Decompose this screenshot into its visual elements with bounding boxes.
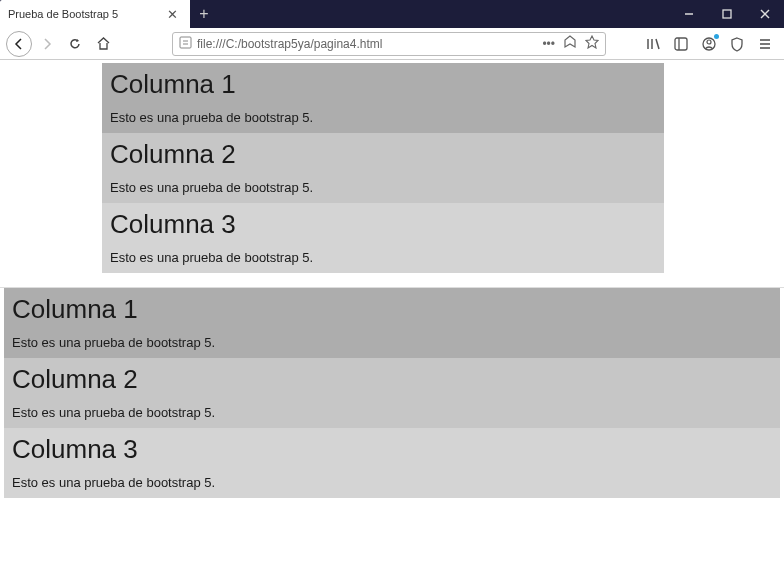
- window-controls: [670, 0, 784, 28]
- page-content: Columna 1 Esto es una prueba de bootstra…: [0, 60, 784, 498]
- column-panel: Columna 3 Esto es una prueba de bootstra…: [102, 203, 664, 273]
- column-text: Esto es una prueba de bootstrap 5.: [110, 250, 656, 265]
- svg-rect-4: [180, 37, 191, 48]
- menu-icon[interactable]: [756, 35, 774, 53]
- column-panel: Columna 1 Esto es una prueba de bootstra…: [4, 288, 780, 358]
- container-fixed: Columna 1 Esto es una prueba de bootstra…: [102, 63, 664, 273]
- column-panel: Columna 1 Esto es una prueba de bootstra…: [102, 63, 664, 133]
- maximize-button[interactable]: [708, 0, 746, 28]
- reload-button[interactable]: [62, 31, 88, 57]
- column-heading: Columna 1: [12, 294, 772, 325]
- svg-rect-1: [723, 10, 731, 18]
- sidebar-icon[interactable]: [672, 35, 690, 53]
- new-tab-button[interactable]: +: [190, 0, 218, 28]
- account-icon[interactable]: [700, 35, 718, 53]
- library-icon[interactable]: [644, 35, 662, 53]
- back-button[interactable]: [6, 31, 32, 57]
- reader-mode-icon[interactable]: [563, 35, 577, 52]
- column-panel: Columna 2 Esto es una prueba de bootstra…: [102, 133, 664, 203]
- url-text: file:///C:/bootstrap5ya/pagina4.html: [197, 37, 542, 51]
- page-info-icon[interactable]: [179, 36, 192, 52]
- titlebar: Prueba de Bootstrap 5 ✕ +: [0, 0, 784, 28]
- column-heading: Columna 1: [110, 69, 656, 100]
- close-window-button[interactable]: [746, 0, 784, 28]
- column-text: Esto es una prueba de bootstrap 5.: [12, 475, 772, 490]
- svg-rect-10: [675, 38, 687, 50]
- home-button[interactable]: [90, 31, 116, 57]
- svg-point-13: [707, 40, 711, 44]
- column-text: Esto es una prueba de bootstrap 5.: [12, 335, 772, 350]
- column-heading: Columna 3: [12, 434, 772, 465]
- browser-tab[interactable]: Prueba de Bootstrap 5 ✕: [0, 0, 190, 28]
- url-bar[interactable]: file:///C:/bootstrap5ya/pagina4.html •••: [172, 32, 606, 56]
- more-actions-icon[interactable]: •••: [542, 37, 555, 51]
- column-panel: Columna 3 Esto es una prueba de bootstra…: [4, 428, 780, 498]
- column-heading: Columna 2: [12, 364, 772, 395]
- toolbar: file:///C:/bootstrap5ya/pagina4.html •••: [0, 28, 784, 60]
- tab-title: Prueba de Bootstrap 5: [8, 8, 163, 20]
- column-heading: Columna 2: [110, 139, 656, 170]
- column-text: Esto es una prueba de bootstrap 5.: [110, 180, 656, 195]
- minimize-button[interactable]: [670, 0, 708, 28]
- close-tab-icon[interactable]: ✕: [163, 7, 182, 22]
- svg-line-9: [656, 39, 659, 49]
- forward-button[interactable]: [34, 31, 60, 57]
- column-text: Esto es una prueba de bootstrap 5.: [12, 405, 772, 420]
- column-text: Esto es una prueba de bootstrap 5.: [110, 110, 656, 125]
- shield-icon[interactable]: [728, 35, 746, 53]
- column-heading: Columna 3: [110, 209, 656, 240]
- container-fluid: Columna 1 Esto es una prueba de bootstra…: [0, 288, 784, 498]
- bookmark-star-icon[interactable]: [585, 35, 599, 52]
- column-panel: Columna 2 Esto es una prueba de bootstra…: [4, 358, 780, 428]
